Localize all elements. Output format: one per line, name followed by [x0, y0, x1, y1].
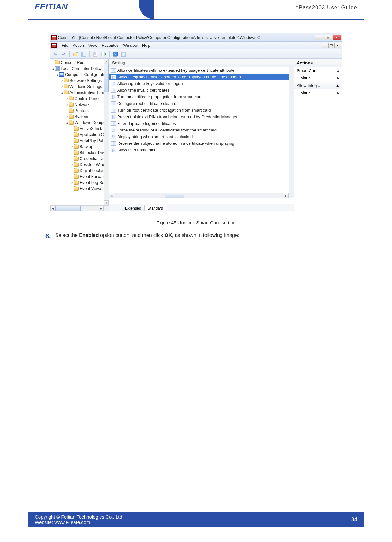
folder-icon: [74, 181, 79, 185]
setting-row[interactable]: Allow Integrated Unblock screen to be di…: [109, 74, 294, 80]
footer-copyright: Copyright © Feitian Technologies Co., Lt…: [35, 514, 124, 520]
tree-node-control-panel[interactable]: ▷Control Panel: [51, 95, 109, 101]
brand-logo: FEITIAN: [35, 2, 68, 12]
policy-item-icon: [111, 115, 116, 119]
tree-node-bitlocker[interactable]: BitLocker Driv: [51, 149, 109, 155]
menu-favorites[interactable]: Favorites: [102, 43, 118, 48]
collapse-icon: ▲: [335, 83, 340, 88]
folder-up-icon: [73, 52, 78, 57]
menu-file[interactable]: File: [62, 43, 68, 48]
actions-header: Actions: [294, 59, 342, 67]
filter-button[interactable]: [120, 51, 127, 58]
tree-node-backup[interactable]: ▷Backup: [51, 143, 109, 149]
tree-node-autoplay[interactable]: AutoPlay Pol: [51, 137, 109, 143]
list-horizontal-scrollbar[interactable]: ◀ ▶: [109, 193, 289, 198]
setting-row[interactable]: Filter duplicate logon certificatesN: [109, 120, 294, 127]
maximize-button[interactable]: ▭: [324, 35, 332, 40]
child-restore-button[interactable]: ❐: [328, 43, 335, 48]
step-number: 8.: [45, 233, 51, 240]
tree-node-credential-ui[interactable]: Credential Us: [51, 155, 109, 161]
scroll-right-button[interactable]: ▶: [99, 206, 104, 211]
tree-node-printers[interactable]: Printers: [51, 107, 109, 113]
folder-icon: [64, 85, 69, 88]
setting-row[interactable]: Force the reading of all certificates fr…: [109, 127, 294, 133]
tree-node-digital-locker[interactable]: Digital Locke: [51, 167, 109, 174]
menu-window[interactable]: Window: [123, 43, 138, 48]
show-hide-tree-button[interactable]: [80, 51, 87, 58]
settings-column-header[interactable]: Setting: [109, 59, 294, 67]
tree-node-system[interactable]: ▷System: [51, 113, 109, 119]
toolbar: ⇦ ⇨ ?: [50, 49, 342, 59]
export-button[interactable]: [100, 51, 107, 58]
tree-node-windows-settings[interactable]: ▷Windows Settings: [51, 83, 109, 89]
tree-node-software-settings[interactable]: ▷Software Settings: [51, 77, 109, 83]
help-icon: ?: [113, 52, 118, 57]
close-button[interactable]: ✕: [333, 35, 341, 40]
tree-node-network[interactable]: ▷Network: [51, 101, 109, 107]
setting-row[interactable]: Turn on certificate propagation from sma…: [109, 94, 294, 100]
forward-button[interactable]: ⇨: [60, 51, 67, 58]
scroll-thumb[interactable]: [55, 206, 81, 211]
scroll-left-button[interactable]: ◀: [109, 193, 114, 198]
tree-node-event-log-service[interactable]: ▷Event Log Ser: [51, 180, 109, 186]
tree-node-event-viewer[interactable]: Event Viewer: [51, 186, 109, 192]
help-button[interactable]: ?: [112, 51, 119, 58]
document-header-title: ePass2003 User Guide: [295, 4, 357, 11]
tree-node-administrative-templates[interactable]: ◢Administrative Temp: [51, 89, 109, 95]
scroll-left-button[interactable]: ◀: [50, 206, 55, 211]
tree-node-local-computer-policy[interactable]: ◢Local Computer Policy: [51, 65, 109, 71]
setting-row[interactable]: Turn on root certificate propagation fro…: [109, 107, 294, 113]
tree-node-event-forwarding[interactable]: Event Forwar: [51, 174, 109, 180]
setting-row[interactable]: Reverse the subject name stored in a cer…: [109, 140, 294, 147]
svg-rect-0: [73, 53, 77, 56]
toolbar-separator: [109, 51, 110, 57]
tree-node-console-root[interactable]: Console Root: [51, 59, 109, 65]
setting-row[interactable]: Allow signature keys valid for LogonN: [109, 80, 294, 87]
list-vertical-scrollbar[interactable]: [289, 67, 294, 198]
policy-item-icon: [111, 108, 116, 113]
up-folder-button[interactable]: [72, 51, 79, 58]
tree-node-computer-configuration[interactable]: ◢Computer Configuration: [51, 71, 109, 77]
tree-horizontal-scrollbar[interactable]: ◀ ▶: [50, 205, 104, 211]
setting-row[interactable]: Prevent plaintext PINs from being return…: [109, 113, 294, 120]
scroll-right-button[interactable]: ▶: [284, 193, 289, 198]
scroll-thumb[interactable]: [104, 64, 109, 92]
properties-button[interactable]: [92, 51, 99, 58]
child-close-button[interactable]: ✕: [335, 43, 341, 48]
setting-row[interactable]: Allow user name hintN: [109, 147, 294, 153]
action-group-allow-integ[interactable]: Allow Integ...▲: [294, 82, 342, 89]
tree-node-desktop-window[interactable]: ▷Desktop Wind: [51, 161, 109, 167]
menu-action[interactable]: Action: [73, 43, 84, 48]
setting-row[interactable]: Allow certificates with no extended key …: [109, 67, 294, 74]
child-minimize-button[interactable]: –: [322, 43, 328, 48]
tree-node-activex[interactable]: ActiveX Insta: [51, 125, 109, 131]
action-group-smart-card[interactable]: Smart Card▲: [294, 67, 342, 74]
policy-item-icon: [111, 135, 116, 139]
folder-icon: [74, 127, 79, 131]
scroll-up-button[interactable]: ▲: [104, 59, 109, 64]
tab-extended[interactable]: Extended: [122, 205, 145, 211]
minimize-button[interactable]: —: [315, 35, 323, 40]
mmc-icon: [51, 35, 57, 40]
chevron-right-icon: ▶: [337, 91, 340, 94]
scroll-thumb[interactable]: [165, 193, 184, 198]
titlebar[interactable]: Console1 - [Console Root\Local Computer …: [50, 33, 342, 42]
setting-row[interactable]: Allow time invalid certificatesN: [109, 87, 294, 94]
setting-row[interactable]: Display string when smart card is blocke…: [109, 133, 294, 140]
mmc-window: Console1 - [Console Root\Local Computer …: [50, 33, 342, 211]
folder-icon: [74, 169, 79, 173]
tab-standard[interactable]: Standard: [144, 205, 167, 211]
policy-item-icon: [111, 82, 116, 86]
tree-node-windows-components[interactable]: ◢Windows Compo: [51, 119, 109, 125]
menu-help[interactable]: Help: [142, 43, 151, 48]
scroll-down-button[interactable]: ▼: [104, 200, 109, 205]
tree-node-application-compat[interactable]: Application C: [51, 131, 109, 137]
folder-icon: [74, 139, 79, 143]
action-more-2[interactable]: More ...▶: [294, 89, 342, 96]
action-more-1[interactable]: More ...▶: [294, 74, 342, 82]
tree-vertical-scrollbar[interactable]: ▲ ▼: [104, 59, 109, 205]
setting-row[interactable]: Configure root certificate clean upN: [109, 100, 294, 107]
folder-icon: [74, 187, 79, 191]
back-button[interactable]: ⇦: [52, 51, 59, 58]
menu-view[interactable]: View: [88, 43, 97, 48]
